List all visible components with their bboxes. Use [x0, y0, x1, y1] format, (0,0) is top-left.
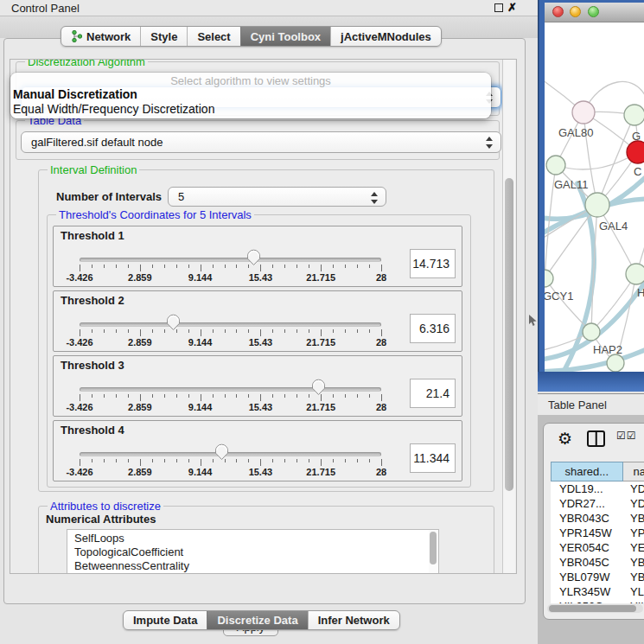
- slider-thumb[interactable]: [214, 443, 229, 461]
- node-gal4: [585, 193, 609, 217]
- column-header-shared-name[interactable]: shared...: [551, 462, 623, 481]
- threshold-coordinates-group: Threshold's Coordinates for 5 Intervals …: [47, 214, 471, 488]
- column-header-name[interactable]: na: [623, 462, 644, 481]
- tab-style[interactable]: Style: [140, 27, 187, 46]
- table-row[interactable]: YER054C YER0: [551, 540, 644, 555]
- threshold-stack: Threshold 1: [53, 226, 462, 485]
- threshold-value-field[interactable]: 14.713: [410, 249, 456, 278]
- threshold-coordinates-title: Threshold's Coordinates for 5 Intervals: [56, 208, 254, 221]
- gear-icon[interactable]: ⚙: [558, 429, 572, 449]
- number-of-intervals-label: Number of Intervals: [56, 190, 162, 203]
- node-label: HAP2: [593, 343, 622, 356]
- slider-track[interactable]: [80, 322, 381, 327]
- split-columns-icon[interactable]: [587, 430, 605, 447]
- number-of-intervals-combobox[interactable]: 5: [168, 187, 386, 207]
- slider-track[interactable]: [80, 387, 381, 392]
- settings-scroll-viewport: Discretization Algorithm Table Data galF…: [10, 59, 517, 574]
- close-traffic-light[interactable]: [552, 6, 564, 17]
- table-row[interactable]: YPR145W YPR1: [551, 526, 644, 540]
- popup-option-manual[interactable]: Manual Discretization: [10, 87, 491, 102]
- table-browser-window: ⚙ ☑☑ shared... na YDL19... YDL1 YDR27...: [543, 423, 644, 620]
- numerical-attributes-label: Numerical Attributes: [46, 513, 156, 526]
- network-window-bottom-frame: [538, 372, 644, 392]
- network-window-titlebar[interactable]: [545, 3, 644, 22]
- node-label: GAL11: [554, 178, 589, 191]
- tab-network-label: Network: [86, 30, 131, 43]
- tab-discretize-data[interactable]: Discretize Data: [207, 611, 307, 629]
- panel-scrollbar-thumb[interactable]: [505, 178, 513, 491]
- slider-thumb[interactable]: [246, 249, 261, 266]
- table-row[interactable]: YBL079W YBL0: [551, 570, 644, 584]
- panel-scrollbar[interactable]: [502, 60, 515, 573]
- slider-ticks: [80, 394, 381, 402]
- popup-option-equal-width[interactable]: Equal Width/Frequency Discretization: [10, 102, 491, 117]
- threshold-panel: Threshold 3: [53, 355, 462, 417]
- attribute-list-item[interactable]: TopologicalCoefficient: [67, 545, 438, 559]
- tab-select[interactable]: Select: [187, 27, 239, 46]
- node-hap2: [583, 323, 600, 341]
- table-body: YDL19... YDL1 YDR27... YDR2 YBR043C YBR0: [551, 481, 644, 603]
- table-hscroll-thumb[interactable]: [549, 605, 636, 612]
- network-canvas[interactable]: GAL80 G C GAL11 GAL4 GCY1 H HAP2: [545, 22, 644, 372]
- table-toolbar: ⚙ ☑☑: [544, 427, 644, 453]
- threshold-value-field[interactable]: 21.4: [410, 379, 456, 408]
- interval-definition-title: Interval Definition: [48, 163, 139, 176]
- table-row[interactable]: YDR27... YDR2: [551, 496, 644, 511]
- popup-hint: Select algorithm to view settings: [10, 73, 491, 87]
- table-header-row: shared... na: [551, 462, 644, 481]
- tab-jactivemnodules[interactable]: jActiveMNodules: [330, 27, 441, 46]
- attribute-list-item[interactable]: BetweennessCentrality: [67, 559, 438, 573]
- slider-thumb[interactable]: [166, 314, 181, 331]
- node-top-right: [624, 105, 644, 125]
- threshold-label: Threshold 4: [61, 424, 124, 437]
- threshold-panel: Threshold 4: [53, 420, 462, 481]
- table-horizontal-scrollbar[interactable]: [547, 604, 643, 613]
- slider-thumb[interactable]: [311, 379, 326, 396]
- slider-tick-labels: -3.4262.8599.14415.4321.71528: [80, 467, 381, 478]
- select-columns-icon[interactable]: ☑☑: [616, 430, 637, 442]
- table-row[interactable]: YBR043C YBR0: [551, 511, 644, 526]
- node-label: GCY1: [545, 290, 573, 303]
- slider-tick-labels: -3.4262.8599.14415.4321.71528: [80, 337, 381, 348]
- slider-ticks: [80, 459, 381, 467]
- close-icon[interactable]: ✗: [507, 1, 517, 14]
- table-row[interactable]: YIL052C YIL0: [551, 599, 644, 603]
- table-data-combobox[interactable]: galFiltered.sif default node: [21, 131, 501, 153]
- threshold-label: Threshold 1: [61, 229, 124, 242]
- algorithm-dropdown-popup: Select algorithm to view settings Manual…: [10, 73, 491, 118]
- panel-title: Control Panel: [11, 2, 80, 15]
- control-panel-titlebar: Control Panel ✗: [0, 0, 538, 16]
- threshold-label: Threshold 2: [61, 294, 124, 307]
- tab-impute-data[interactable]: Impute Data: [124, 611, 207, 629]
- tab-network[interactable]: Network: [61, 27, 140, 46]
- threshold-value-field[interactable]: 11.344: [410, 443, 456, 473]
- table-row[interactable]: YDL19... YDL1: [551, 481, 644, 496]
- node-label: GAL4: [599, 220, 628, 233]
- slider-track[interactable]: [80, 452, 381, 456]
- node-table: shared... na YDL19... YDL1 YDR27... YDR2: [551, 462, 644, 603]
- attributes-title: Attributes to discretize: [48, 500, 163, 513]
- threshold-value-field[interactable]: 6.316: [410, 314, 456, 343]
- tab-infer-network[interactable]: Infer Network: [308, 611, 399, 629]
- node-label: GAL80: [558, 126, 593, 139]
- minimize-traffic-light[interactable]: [570, 6, 581, 17]
- table-data-value: galFiltered.sif default node: [31, 136, 163, 149]
- table-row[interactable]: YLR345W YLR3: [551, 584, 644, 599]
- number-of-intervals-value: 5: [178, 190, 184, 203]
- zoom-traffic-light[interactable]: [588, 6, 599, 17]
- numerical-attributes-list[interactable]: SelfLoopsTopologicalCoefficientBetweenne…: [67, 529, 439, 574]
- attribute-list-item[interactable]: SelfLoops: [67, 532, 438, 545]
- slider-track[interactable]: [80, 258, 381, 262]
- table-data-group: Table Data galFiltered.sif default node: [16, 120, 500, 160]
- table-row[interactable]: YBR045C YBR0: [551, 555, 644, 570]
- slider-ticks: [80, 265, 381, 272]
- threshold-panel: Threshold 1: [53, 226, 462, 287]
- node-label: C: [634, 165, 641, 178]
- float-window-icon[interactable]: [494, 3, 503, 12]
- tab-cyni-toolbox[interactable]: Cyni Toolbox: [240, 27, 330, 46]
- node-gal11: [546, 156, 565, 175]
- table-panel-titlebar: Table Panel: [538, 393, 644, 416]
- attributes-scrollbar[interactable]: [429, 530, 438, 574]
- slider-ticks: [80, 329, 381, 337]
- network-icon: [71, 30, 82, 42]
